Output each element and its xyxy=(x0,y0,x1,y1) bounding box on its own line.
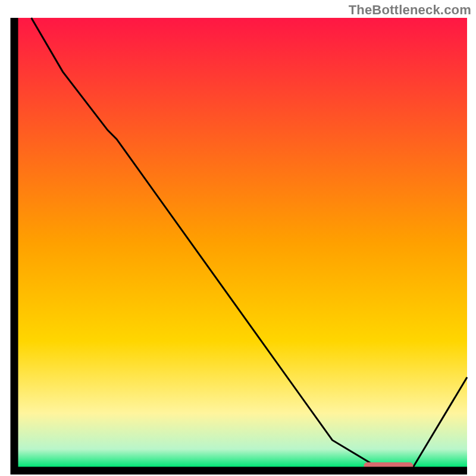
bottleneck-chart xyxy=(0,0,476,476)
chart-root: TheBottleneck.com xyxy=(0,0,476,476)
plot-background xyxy=(18,18,467,467)
